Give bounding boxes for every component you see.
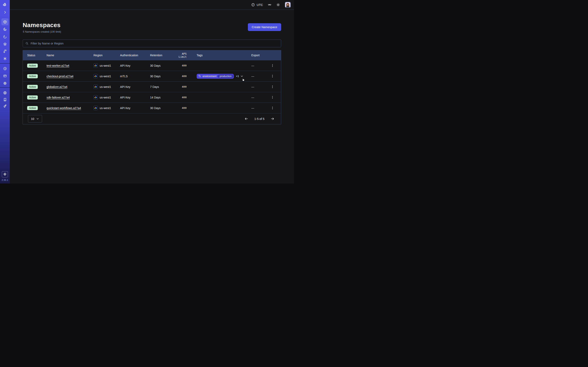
tags-cell: environment production +1 <box>197 74 251 79</box>
gcp-cloud-icon <box>94 85 98 89</box>
sidebar-divider <box>0 87 10 88</box>
gcp-cloud-icon <box>94 63 98 68</box>
status-badge: Active <box>27 85 38 89</box>
search-icon <box>25 42 29 45</box>
namespace-link[interactable]: checkout-prod.a27a4 <box>47 75 73 78</box>
sidebar-item-settings[interactable] <box>1 80 8 87</box>
auth-value: API Key <box>120 96 150 99</box>
region-label: us-west1 <box>100 85 111 89</box>
arrow-right-icon <box>270 117 274 121</box>
col-export: Export <box>251 54 264 57</box>
col-name: Name <box>47 54 94 57</box>
tag-value: production <box>218 75 233 78</box>
gear-icon <box>3 81 7 85</box>
export-value: — <box>251 96 264 99</box>
page-title: Namespaces <box>23 22 61 29</box>
sidebar-expand-chevron-icon[interactable] <box>1 9 8 16</box>
page-size-value: 10 <box>31 117 34 120</box>
tags-more-toggle[interactable]: +1 <box>236 75 243 78</box>
avatar-image <box>285 2 290 7</box>
chevron-down-icon <box>36 117 39 120</box>
gauge-icon <box>3 67 7 71</box>
row-kebab-menu-button[interactable] <box>270 84 276 90</box>
kebab-icon <box>271 75 274 78</box>
retention-value: 14 Days <box>150 96 173 99</box>
col-region: Region <box>94 54 120 57</box>
sidebar-item-schedules[interactable] <box>1 33 8 40</box>
auth-value: API Key <box>120 85 150 89</box>
filter-input[interactable] <box>31 42 278 45</box>
aps-value: 400 <box>173 85 197 88</box>
namespaces-table: Status Name Region Authentication Retent… <box>23 50 281 124</box>
cube-icon <box>3 20 7 24</box>
sidebar-item-namespaces[interactable] <box>1 18 8 25</box>
app-version: 2.35.1 <box>0 179 10 181</box>
col-status: Status <box>27 54 47 57</box>
user-avatar[interactable] <box>285 2 291 8</box>
status-badge: Active <box>27 64 38 68</box>
table-row: Active checkout-prod.a27a4 us-west1 mTLS… <box>23 71 281 81</box>
rocket-icon <box>3 104 7 108</box>
row-kebab-menu-button[interactable] <box>270 95 276 100</box>
row-kebab-menu-button[interactable] <box>270 63 276 68</box>
status-badge: Active <box>27 106 38 110</box>
auth-value: mTLS <box>120 75 150 78</box>
main-content: Namespaces 5 Namespaces created (100 lim… <box>10 10 294 184</box>
row-kebab-menu-button[interactable] <box>270 73 276 79</box>
sidebar-item-billing[interactable] <box>1 72 8 79</box>
page-size-select[interactable]: 10 <box>28 115 42 123</box>
auth-value: API Key <box>120 64 150 67</box>
billing-card-icon <box>3 74 7 78</box>
book-sparkle-icon <box>3 98 7 101</box>
timezone-label: UTC <box>257 3 263 7</box>
lifebuoy-icon <box>3 91 7 95</box>
table-row: Active sdk-failover.a27a4 us-west1 API K… <box>23 92 281 103</box>
reader-glasses-icon[interactable] <box>268 3 272 7</box>
sidebar-item-deployments[interactable] <box>1 41 8 48</box>
page-subtitle: 5 Namespaces created (100 limit) <box>23 30 61 33</box>
retention-value: 30 Days <box>150 64 173 67</box>
kebab-icon <box>271 64 274 67</box>
col-authentication: Authentication <box>120 54 150 57</box>
sidebar-item-batch[interactable] <box>1 55 8 62</box>
namespace-link[interactable]: sdk-failover.a27a4 <box>47 96 70 99</box>
plan-badge-button[interactable] <box>2 171 8 177</box>
namespace-link[interactable]: quickstart-workflows.a27a4 <box>47 106 81 110</box>
sidebar-item-docs[interactable] <box>1 96 8 103</box>
clock-icon <box>251 3 255 7</box>
pagination-controls: 1-5 of 5 <box>244 117 275 121</box>
asterisk-icon <box>3 57 7 60</box>
retention-value: 30 Days <box>150 106 173 110</box>
light-mode-sun-icon[interactable] <box>276 3 280 7</box>
table-footer: 10 1-5 of 5 <box>23 113 281 124</box>
table-row: Active quickstart-workflows.a27a4 us-wes… <box>23 103 281 113</box>
namespace-link[interactable]: test-worker.a27a4 <box>47 64 69 67</box>
sidebar-item-nexus[interactable] <box>1 48 8 55</box>
col-retention: Retention <box>150 54 173 57</box>
kebab-icon <box>271 85 274 89</box>
layers-icon <box>3 42 7 46</box>
sidebar-item-support[interactable] <box>1 89 8 96</box>
namespace-link[interactable]: globalizer.a27a4 <box>47 85 67 89</box>
tag-pill[interactable]: environment production <box>197 74 234 79</box>
aps-value: 400 <box>173 106 197 109</box>
col-aps-limit: APS Limit <box>173 52 197 58</box>
gcp-cloud-icon <box>94 74 98 78</box>
branch-icon <box>3 49 7 53</box>
row-kebab-menu-button[interactable] <box>270 105 276 111</box>
region-label: us-west1 <box>100 64 111 67</box>
auth-value: API Key <box>120 106 150 110</box>
next-page-button[interactable] <box>270 117 275 121</box>
prev-page-button[interactable] <box>244 117 249 121</box>
col-tags: Tags <box>197 54 251 57</box>
temporal-logo-icon[interactable] <box>1 1 8 8</box>
tags-more-count: +1 <box>236 75 239 78</box>
sidebar-item-workflows[interactable] <box>1 26 8 33</box>
region-label: us-west1 <box>100 75 111 78</box>
table-header-row: Status Name Region Authentication Retent… <box>23 50 281 60</box>
create-namespace-button[interactable]: Create Namespace <box>248 23 281 31</box>
sidebar-item-usage[interactable] <box>1 65 8 72</box>
filter-searchbox <box>23 40 281 47</box>
sidebar-item-getting-started[interactable] <box>1 103 8 109</box>
timezone-selector[interactable]: UTC <box>251 3 263 7</box>
